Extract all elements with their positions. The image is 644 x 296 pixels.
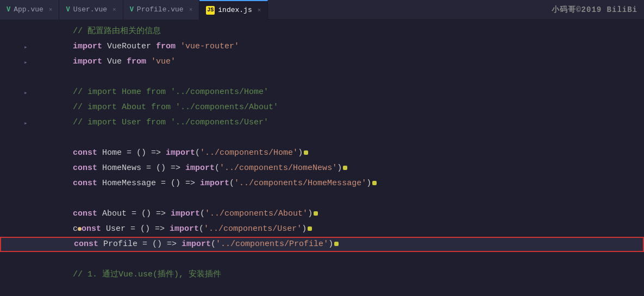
fold-icon: ▸ xyxy=(24,89,30,96)
close-icon[interactable]: × xyxy=(258,7,261,14)
code-line-11: const HomeMessage = () => import('../com… xyxy=(0,176,644,191)
tab-label: App.vue xyxy=(14,5,43,14)
code-line-17: // 1. 通过Vue.use(插件), 安装插件 xyxy=(0,267,644,282)
tab-bar: V App.vue × V User.vue × V Profile.vue ×… xyxy=(0,0,644,20)
tab-label: User.vue xyxy=(73,5,107,14)
code-line-7: ▸ // import User from '../components/Use… xyxy=(0,115,644,130)
code-line-3: ▸ import Vue from 'vue' xyxy=(0,54,644,70)
editor-container: V App.vue × V User.vue × V Profile.vue ×… xyxy=(0,0,644,296)
vue-icon: V xyxy=(66,6,70,14)
close-icon[interactable]: × xyxy=(49,7,53,13)
tab-user-vue[interactable]: V User.vue × xyxy=(59,0,123,20)
close-icon[interactable]: × xyxy=(189,7,193,13)
tab-profile-vue[interactable]: V Profile.vue × xyxy=(123,0,200,20)
close-icon[interactable]: × xyxy=(112,7,116,13)
tab-app-vue[interactable]: V App.vue × xyxy=(0,0,59,20)
vue-icon: V xyxy=(7,6,10,14)
tab-index-js[interactable]: JS index.js × xyxy=(199,0,268,20)
fold-icon: ▸ xyxy=(24,119,30,127)
watermark: 小码哥©2019 BiliBi xyxy=(552,0,644,20)
code-editor[interactable]: // 配置路由相关的信息 ▸ import VueRouter from 'vu… xyxy=(0,20,644,296)
js-icon: JS xyxy=(206,6,215,15)
fold-icon: ▸ xyxy=(24,59,30,66)
code-text: // 1. 通过Vue.use(插件), 安装插件 xyxy=(32,252,221,296)
tab-label: index.js xyxy=(218,6,252,14)
fold-icon: ▸ xyxy=(24,43,30,51)
vue-icon: V xyxy=(130,6,134,14)
code-line-15-highlighted: const Profile = () => import('../compone… xyxy=(0,237,644,252)
tab-label: Profile.vue xyxy=(137,5,184,14)
